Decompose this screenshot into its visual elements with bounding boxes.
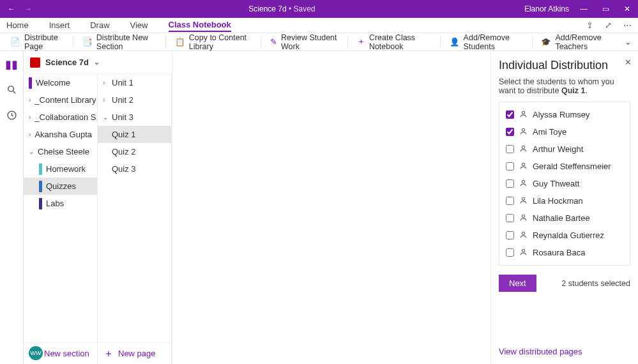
close-panel-icon[interactable]: ✕ <box>625 57 632 67</box>
person-icon <box>519 144 528 155</box>
fullscreen-icon[interactable]: ⤢ <box>605 20 612 30</box>
student-row[interactable]: Alyssa Rumsey <box>499 106 630 123</box>
svg-point-13 <box>522 215 524 217</box>
student-row[interactable]: Lila Hockman <box>499 192 630 209</box>
section-welcome[interactable]: Welcome <box>24 74 97 91</box>
chevron-down-icon[interactable]: ⌄ <box>623 37 633 47</box>
tool-icon: 📄 <box>10 37 20 47</box>
chevron-icon: › <box>29 131 31 138</box>
toolbar-review-student-work[interactable]: ✎Review Student Work <box>265 31 344 53</box>
page-quiz-2[interactable]: Quiz 2 <box>98 143 171 160</box>
svg-point-12 <box>522 197 524 200</box>
back-button[interactable]: ← <box>8 4 15 13</box>
menu-tab-insert[interactable]: Insert <box>49 19 70 31</box>
svg-point-8 <box>522 128 524 131</box>
close-button[interactable]: ✕ <box>616 4 638 13</box>
svg-point-10 <box>522 163 524 165</box>
student-row[interactable]: Gerald Steffensmeier <box>499 158 630 175</box>
student-row[interactable]: Nathalie Bartee <box>499 209 630 227</box>
page-canvas[interactable] <box>172 51 491 364</box>
toolbar-create-class-notebook[interactable]: ＋Create Class Notebook <box>352 31 436 53</box>
avatar[interactable]: WW <box>29 346 43 360</box>
toolbar-distribute-new-section[interactable]: 📑Distribute New Section <box>77 31 162 53</box>
section-label: _Content Library <box>34 95 96 105</box>
section-label: Labs <box>46 199 64 208</box>
student-checkbox[interactable] <box>506 179 514 188</box>
view-distributed-link[interactable]: View distributed pages <box>499 347 630 356</box>
student-row[interactable]: Ami Toye <box>499 123 630 140</box>
student-row[interactable]: Rosaura Baca <box>499 244 630 261</box>
student-checkbox[interactable] <box>506 214 514 222</box>
student-checkbox[interactable] <box>506 145 514 153</box>
section--content-library[interactable]: ›_Content Library <box>24 91 97 109</box>
left-rail: ▮▮ <box>0 51 24 364</box>
student-name: Alyssa Rumsey <box>533 110 590 119</box>
student-row[interactable]: Arthur Weight <box>499 140 630 158</box>
panel-description: Select the students to whom you want to … <box>499 77 630 95</box>
tool-icon: ＋ <box>357 36 365 47</box>
recent-icon[interactable] <box>6 110 17 123</box>
person-icon <box>519 248 528 258</box>
forward-button[interactable]: → <box>24 4 32 13</box>
svg-line-1 <box>13 91 15 94</box>
section-label: Welcome <box>36 78 70 87</box>
section-akansha-gupta[interactable]: ›Akansha Gupta <box>24 126 97 143</box>
page-group-unit-1[interactable]: ›Unit 1 <box>98 74 171 91</box>
menu-tab-draw[interactable]: Draw <box>90 19 109 31</box>
toolbar-distribute-page[interactable]: 📄Distribute Page <box>5 31 69 53</box>
svg-point-11 <box>522 180 524 183</box>
more-icon[interactable]: ⋯ <box>623 20 632 30</box>
svg-point-0 <box>8 86 13 92</box>
section-label: Homework <box>46 164 86 174</box>
section-color-bar <box>39 198 42 209</box>
group-label: Unit 3 <box>112 112 133 122</box>
toolbar-add-remove-teachers[interactable]: 🎓Add/Remove Teachers <box>536 31 620 53</box>
chevron-icon: › <box>29 96 31 103</box>
person-icon <box>519 196 528 206</box>
user-name[interactable]: Elanor Atkins <box>524 4 573 13</box>
restore-button[interactable]: ▭ <box>595 4 616 13</box>
section--collaboration-s-[interactable]: ›_Collaboration S... <box>24 109 97 126</box>
window-title: Science 7d • Saved <box>40 4 524 13</box>
page-group-unit-2[interactable]: ›Unit 2 <box>98 91 171 109</box>
section-homework[interactable]: Homework <box>24 160 97 178</box>
student-checkbox[interactable] <box>506 197 514 205</box>
share-icon[interactable]: ⇪ <box>586 20 593 30</box>
student-checkbox[interactable] <box>506 162 514 171</box>
notebooks-icon[interactable]: ▮▮ <box>5 57 18 72</box>
menu-tab-view[interactable]: View <box>130 19 148 31</box>
student-row[interactable]: Reynalda Gutierrez <box>499 227 630 244</box>
student-checkbox[interactable] <box>506 248 514 257</box>
chevron-icon: › <box>29 114 31 121</box>
toolbar-copy-to-content-library[interactable]: 📋Copy to Content Library <box>170 31 257 53</box>
notebook-header[interactable]: Science 7d ⌄ <box>24 51 172 74</box>
section-label: Chelse Steele <box>38 147 89 156</box>
toolbar-add-remove-students[interactable]: 👤Add/Remove Students <box>444 31 528 53</box>
next-button[interactable]: Next <box>499 275 536 292</box>
new-page-button[interactable]: New page <box>98 343 172 364</box>
student-row[interactable]: Guy Thweatt <box>499 175 630 192</box>
student-name: Gerald Steffensmeier <box>533 162 611 171</box>
tool-icon: ✎ <box>270 37 277 47</box>
menu-tab-home[interactable]: Home <box>6 19 29 31</box>
student-checkbox[interactable] <box>506 128 514 136</box>
student-name: Arthur Weight <box>533 144 583 154</box>
search-icon[interactable] <box>6 84 17 97</box>
page-quiz-3[interactable]: Quiz 3 <box>98 160 171 178</box>
student-list: Alyssa RumseyAmi ToyeArthur WeightGerald… <box>499 102 630 266</box>
student-checkbox[interactable] <box>506 110 514 119</box>
section-quizzes[interactable]: Quizzes <box>24 178 97 195</box>
page-quiz-1[interactable]: Quiz 1 <box>98 126 171 143</box>
section-labs[interactable]: Labs <box>24 195 97 212</box>
svg-point-7 <box>522 111 524 114</box>
section-color-bar <box>39 181 42 192</box>
minimize-button[interactable]: — <box>573 4 595 13</box>
menu-tab-class-notebook[interactable]: Class Notebook <box>169 19 231 32</box>
page-group-unit-3[interactable]: ⌄Unit 3 <box>98 109 171 126</box>
person-icon <box>519 231 528 241</box>
student-name: Lila Hockman <box>533 196 583 206</box>
page-list: ›Unit 1›Unit 2⌄Unit 3Quiz 1Quiz 2Quiz 3 <box>98 74 172 342</box>
tool-icon: 📋 <box>175 37 185 47</box>
section-chelse-steele[interactable]: ⌄Chelse Steele <box>24 143 97 160</box>
student-checkbox[interactable] <box>506 231 514 239</box>
